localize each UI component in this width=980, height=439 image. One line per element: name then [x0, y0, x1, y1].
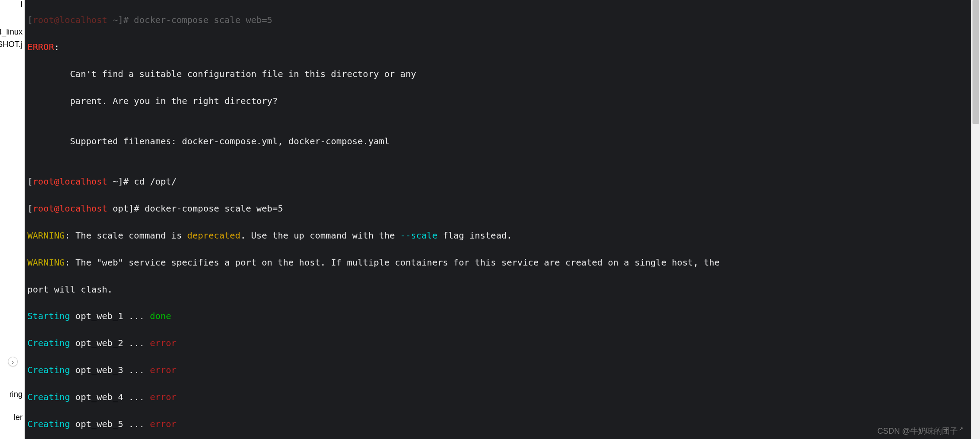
flag-text: --scale	[400, 230, 437, 241]
warning-text: flag instead.	[437, 230, 512, 241]
prompt-bracket: [	[27, 176, 33, 187]
gutter-tab-fragment: ring	[9, 390, 23, 399]
warning-label: WARNING	[27, 257, 65, 268]
terminal-output: [root@localhost ~]# docker-compose scale…	[25, 0, 971, 439]
error-text: Can't find a suitable configuration file…	[27, 67, 969, 81]
gutter-fragment: 4_linux	[0, 27, 23, 37]
warning-text: : The "web" service specifies a port on …	[65, 257, 720, 268]
status-verb: Creating	[27, 365, 70, 375]
gutter-fragment: SHOT.j	[0, 40, 23, 49]
status-verb: Creating	[27, 338, 70, 348]
status-verb: Creating	[27, 392, 70, 402]
gutter-collapse-button[interactable]: ›	[8, 357, 18, 366]
prompt-user: root@	[33, 203, 59, 214]
status-error: error	[150, 338, 176, 348]
error-text: :	[54, 42, 59, 52]
prompt-user: root@	[33, 15, 59, 25]
prompt-command: ~]# docker-compose scale web=5	[107, 15, 272, 25]
csdn-watermark: CSDN @牛奶味的团子↗	[877, 426, 963, 436]
warning-text: port will clash.	[27, 283, 969, 296]
warning-label: WARNING	[27, 230, 65, 241]
status-error: error	[150, 419, 176, 429]
status-target: opt_web_4 ...	[70, 392, 150, 402]
status-error: error	[150, 365, 176, 375]
prompt-command: ~]# cd /opt/	[107, 176, 177, 187]
error-text: parent. Are you in the right directory?	[27, 94, 969, 108]
terminal-panel[interactable]: [root@localhost ~]# docker-compose scale…	[25, 0, 971, 439]
warning-text: . Use the up command with the	[241, 230, 400, 241]
status-error: error	[150, 392, 176, 402]
prompt-bracket: [	[27, 203, 33, 214]
gutter-tab-fragment: ler	[14, 413, 23, 422]
error-text: Supported filenames: docker-compose.yml,…	[27, 135, 969, 148]
scrollbar-thumb[interactable]	[972, 0, 979, 124]
chevron-right-icon: ›	[12, 358, 14, 366]
prompt-bracket: [	[27, 15, 33, 25]
vertical-scrollbar[interactable]	[971, 0, 980, 439]
prompt-user: root@	[33, 176, 59, 187]
status-target: opt_web_3 ...	[70, 365, 150, 375]
prompt-command: opt]# docker-compose scale web=5	[107, 203, 283, 214]
watermark-text: CSDN @牛奶味的团子	[877, 427, 958, 435]
prompt-host: localhost	[59, 15, 107, 25]
ide-gutter: I 4_linux SHOT.j › ring ler	[0, 0, 25, 439]
external-link-icon: ↗	[959, 426, 963, 432]
status-done: done	[150, 311, 171, 321]
status-target: opt_web_2 ...	[70, 338, 150, 348]
error-label: ERROR	[27, 42, 54, 52]
warning-text: : The scale command is	[65, 230, 187, 241]
gutter-fragment: I	[20, 0, 23, 9]
deprecated-tag: deprecated	[187, 230, 240, 241]
status-target: opt_web_1 ...	[70, 311, 150, 321]
prompt-host: localhost	[59, 203, 107, 214]
status-verb: Creating	[27, 419, 70, 429]
status-verb: Starting	[27, 311, 70, 321]
prompt-host: localhost	[59, 176, 107, 187]
status-target: opt_web_5 ...	[70, 419, 150, 429]
